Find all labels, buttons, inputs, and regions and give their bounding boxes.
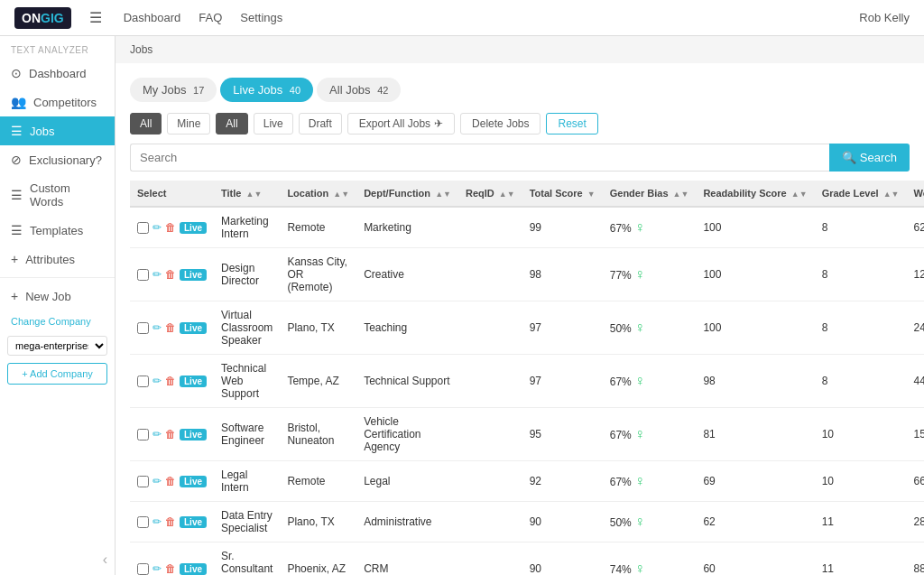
filter-mine-button[interactable]: Mine: [167, 113, 210, 134]
row-total-score: 90: [522, 502, 603, 543]
delete-icon[interactable]: 🗑: [165, 515, 176, 528]
sidebar-item-templates[interactable]: ☰ Templates: [0, 216, 115, 245]
row-word-count: 246: [907, 301, 925, 355]
edit-icon[interactable]: ✏: [152, 375, 162, 387]
row-checkbox[interactable]: [137, 376, 149, 387]
exclusionary-icon: ⊘: [11, 153, 22, 167]
row-readability: 62: [696, 502, 814, 543]
col-readability[interactable]: Readability Score ▲▼: [696, 181, 814, 207]
change-company-link[interactable]: Change Company: [0, 311, 115, 332]
sidebar-item-jobs[interactable]: ☰ Jobs: [0, 116, 115, 145]
row-checkbox[interactable]: [137, 516, 149, 528]
add-company-button[interactable]: + Add Company: [7, 363, 107, 385]
filter-all2-button[interactable]: All: [216, 113, 247, 134]
col-total-score[interactable]: Total Score ▼: [522, 181, 603, 207]
filter-all1-button[interactable]: All: [130, 113, 162, 134]
search-button[interactable]: 🔍 Search: [829, 144, 910, 172]
delete-icon[interactable]: 🗑: [165, 268, 176, 281]
row-location: Remote: [280, 207, 356, 248]
col-title[interactable]: Title ▲▼: [214, 181, 280, 207]
row-actions: ✏ 🗑 Live: [137, 321, 207, 334]
row-reqid: [458, 248, 522, 301]
export-icon: ✈: [434, 117, 443, 130]
row-actions: ✏ 🗑 Live: [137, 268, 207, 281]
row-total-score: 98: [522, 248, 603, 301]
delete-jobs-button[interactable]: Delete Jobs: [460, 113, 541, 134]
edit-icon[interactable]: ✏: [152, 221, 162, 234]
edit-icon[interactable]: ✏: [152, 562, 162, 575]
col-gender-bias[interactable]: Gender Bias ▲▼: [603, 181, 697, 207]
sidebar-item-label: Competitors: [33, 96, 97, 109]
row-gender-bias: 67% ♀: [603, 207, 697, 248]
row-checkbox[interactable]: [137, 222, 149, 234]
table-row: ✏ 🗑 Live Sr. Consultant - CRM Phoenix, A…: [130, 543, 924, 576]
row-location: Bristol, Nuneaton: [280, 408, 356, 461]
row-checkbox[interactable]: [137, 563, 149, 575]
sidebar-item-label: New Job: [25, 290, 71, 303]
sidebar-item-attributes[interactable]: + Attributes: [0, 245, 115, 274]
row-dept: Administrative: [356, 502, 458, 543]
sidebar-item-dashboard[interactable]: ⊙ Dashboard: [0, 59, 115, 88]
row-reqid: [458, 355, 522, 408]
edit-icon[interactable]: ✏: [152, 428, 162, 441]
table-body: ✏ 🗑 Live Marketing Intern Remote Marketi…: [130, 207, 924, 575]
delete-icon[interactable]: 🗑: [165, 475, 176, 487]
delete-icon[interactable]: 🗑: [165, 375, 176, 387]
row-reqid: [458, 207, 522, 248]
company-select[interactable]: mega-enterprises: [7, 336, 107, 356]
sidebar-item-custom-words[interactable]: ☰ Custom Words: [0, 174, 115, 216]
row-reqid: [458, 461, 522, 502]
status-badge: Live: [180, 269, 207, 281]
sidebar-item-label: Jobs: [30, 125, 54, 138]
col-dept[interactable]: Dept/Function ▲▼: [356, 181, 458, 207]
row-checkbox[interactable]: [137, 429, 149, 441]
filter-live-button[interactable]: Live: [254, 113, 293, 134]
row-readability: 81: [696, 408, 814, 461]
row-checkbox[interactable]: [137, 476, 149, 487]
nav-settings[interactable]: Settings: [240, 11, 282, 24]
sidebar-item-new-job[interactable]: + New Job: [0, 282, 115, 311]
edit-icon[interactable]: ✏: [152, 475, 162, 487]
logo: ONGIG: [14, 7, 71, 29]
nav-dashboard[interactable]: Dashboard: [124, 11, 181, 24]
tab-all-jobs[interactable]: All Jobs 42: [317, 78, 401, 102]
row-checkbox[interactable]: [137, 269, 149, 281]
delete-icon[interactable]: 🗑: [165, 428, 176, 441]
row-gender-bias: 74% ♀: [603, 543, 697, 576]
user-name: Rob Kelly: [859, 11, 910, 24]
search-input[interactable]: [130, 144, 829, 172]
sidebar-item-exclusionary[interactable]: ⊘ Exclusionary?: [0, 145, 115, 174]
row-actions: ✏ 🗑 Live: [137, 375, 207, 387]
top-nav-links: Dashboard FAQ Settings: [124, 11, 842, 24]
filter-draft-button[interactable]: Draft: [299, 113, 342, 134]
col-location[interactable]: Location ▲▼: [280, 181, 356, 207]
sidebar-item-competitors[interactable]: 👥 Competitors: [0, 88, 115, 116]
row-checkbox[interactable]: [137, 322, 149, 334]
gender-icon: ♀: [634, 219, 645, 235]
delete-icon[interactable]: 🗑: [165, 562, 176, 575]
nav-faq[interactable]: FAQ: [199, 11, 222, 24]
sidebar-collapse-button[interactable]: ‹: [0, 544, 115, 575]
row-total-score: 92: [522, 461, 603, 502]
search-row: 🔍 Search: [130, 144, 910, 172]
layout: TEXT ANALYZER ⊙ Dashboard 👥 Competitors …: [0, 36, 924, 575]
delete-icon[interactable]: 🗑: [165, 221, 176, 234]
row-grade: 8: [815, 355, 907, 408]
col-word-count[interactable]: Word Count ▲▼: [907, 181, 925, 207]
row-grade: 11: [815, 502, 907, 543]
table-row: ✏ 🗑 Live Virtual Classroom Speaker Plano…: [130, 301, 924, 355]
row-dept: Creative: [356, 248, 458, 301]
tab-my-jobs[interactable]: My Jobs 17: [130, 78, 217, 102]
export-all-button[interactable]: Export All Jobs ✈: [347, 113, 455, 134]
row-word-count: 629: [907, 207, 925, 248]
hamburger-icon[interactable]: ☰: [89, 9, 102, 26]
tab-live-jobs[interactable]: Live Jobs 40: [220, 78, 313, 102]
col-grade[interactable]: Grade Level ▲▼: [815, 181, 907, 207]
reset-button[interactable]: Reset: [546, 113, 597, 134]
edit-icon[interactable]: ✏: [152, 515, 162, 528]
delete-icon[interactable]: 🗑: [165, 321, 176, 334]
edit-icon[interactable]: ✏: [152, 268, 162, 281]
row-dept: Technical Support: [356, 355, 458, 408]
edit-icon[interactable]: ✏: [152, 321, 162, 334]
col-reqid[interactable]: ReqID ▲▼: [458, 181, 522, 207]
